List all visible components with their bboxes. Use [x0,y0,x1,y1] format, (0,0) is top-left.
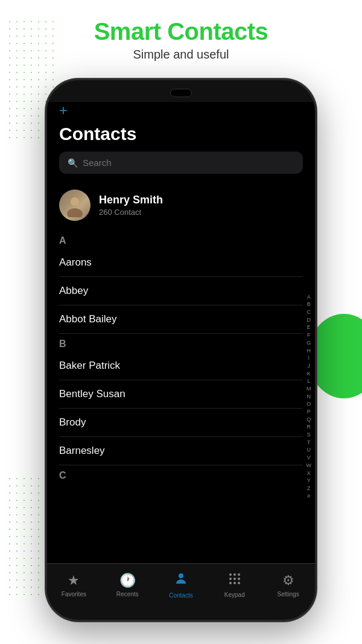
alpha-a[interactable]: A [305,294,313,301]
list-item[interactable]: Brody [59,409,303,437]
nav-recents[interactable]: 🕐 Recents [101,573,154,598]
list-item[interactable]: Abbey [59,277,303,305]
nav-recents-label: Recents [116,591,139,598]
app-content: + Contacts 🔍 Henry Smith [47,102,315,611]
svg-point-2 [71,197,79,206]
avatar [59,190,91,221]
profile-info: Henry Smith 260 Contact [99,194,163,217]
svg-point-1 [67,208,83,217]
svg-point-10 [229,582,232,584]
nav-settings-label: Settings [278,591,299,598]
nav-keypad[interactable]: Keypad [208,572,261,598]
contacts-title: Contacts [47,124,315,151]
keypad-icon [228,572,241,589]
svg-point-11 [233,582,236,584]
person-icon [174,572,188,590]
nav-favorites-label: Favorites [62,591,86,598]
alpha-i[interactable]: I [305,355,313,362]
alpha-v[interactable]: V [305,454,313,462]
search-icon: 🔍 [68,158,78,168]
alpha-y[interactable]: Y [305,477,313,485]
alpha-k[interactable]: K [305,371,313,378]
alpha-n[interactable]: N [305,394,313,401]
svg-point-12 [238,582,240,584]
camera-area [47,80,315,97]
search-bar[interactable]: 🔍 [59,151,303,174]
alpha-hash[interactable]: # [305,493,313,500]
profile-card[interactable]: Henry Smith 260 Contact [47,183,315,231]
list-item[interactable]: Baker Patrick [59,352,303,380]
gear-icon: ⚙ [282,573,294,588]
alphabet-sidebar: A B C D E F G H I J K L M N O P Q R S T [305,231,313,563]
section-letter-c: C [59,465,303,483]
nav-favorites[interactable]: ★ Favorites [47,573,101,598]
phone-frame: + Contacts 🔍 Henry Smith [45,78,317,622]
avatar-image [59,190,91,221]
alpha-r[interactable]: R [305,424,313,431]
svg-point-8 [233,578,236,580]
alpha-u[interactable]: U [305,447,313,454]
contact-list: A Aarons Abbey Abbot Bailey B Baker Patr… [47,231,315,483]
svg-point-7 [229,578,232,580]
alpha-d[interactable]: D [305,317,313,324]
alpha-q[interactable]: Q [305,416,313,424]
clock-icon: 🕐 [119,573,136,588]
alpha-t[interactable]: T [305,439,313,447]
alpha-h[interactable]: H [305,348,313,355]
list-item[interactable]: Barnesley [59,437,303,465]
profile-name: Henry Smith [99,194,163,206]
dynamic-island [170,89,192,97]
page-header: Smart Contacts Simple and useful [0,0,362,62]
alpha-p[interactable]: P [305,409,313,416]
list-item[interactable]: Aarons [59,249,303,277]
profile-count: 260 Contact [99,208,163,217]
svg-point-4 [229,573,232,576]
nav-keypad-label: Keypad [224,591,245,598]
svg-point-3 [179,573,183,578]
nav-contacts-label: Contacts [169,592,192,599]
add-contact-button[interactable]: + [59,102,68,119]
alpha-b[interactable]: B [305,301,313,308]
svg-point-9 [238,578,240,580]
svg-point-6 [238,573,240,576]
alpha-f[interactable]: F [305,332,313,339]
alpha-l[interactable]: L [305,378,313,385]
page-subtitle: Simple and useful [0,48,362,62]
alpha-z[interactable]: Z [305,485,313,493]
alpha-c[interactable]: C [305,309,313,316]
nav-settings[interactable]: ⚙ Settings [261,573,315,598]
section-letter-b: B [59,334,303,352]
top-bar: + [47,102,315,124]
nav-contacts[interactable]: Contacts [154,572,208,599]
alpha-m[interactable]: M [305,386,313,393]
search-input[interactable] [83,158,294,168]
page-title: Smart Contacts [0,18,362,45]
alpha-g[interactable]: G [305,340,313,347]
alpha-o[interactable]: O [305,401,313,408]
list-item[interactable]: Abbot Bailey [59,305,303,334]
list-item[interactable]: Bentley Susan [59,380,303,409]
alpha-j[interactable]: J [305,363,313,370]
star-icon: ★ [68,573,80,588]
alpha-w[interactable]: W [305,462,313,470]
alpha-e[interactable]: E [305,324,313,331]
svg-point-5 [233,573,236,576]
alpha-s[interactable]: S [305,432,313,439]
section-letter-a: A [59,231,303,249]
alpha-x[interactable]: X [305,470,313,477]
bottom-nav: ★ Favorites 🕐 Recents Contacts [47,563,315,611]
